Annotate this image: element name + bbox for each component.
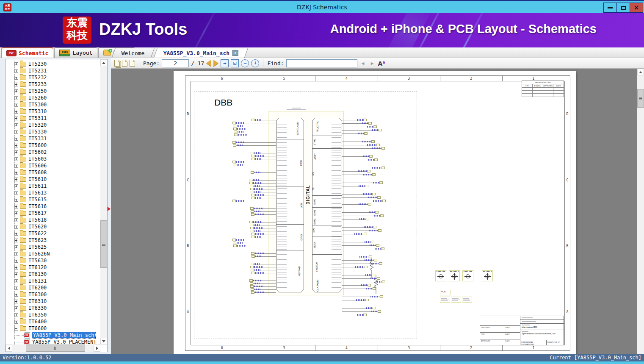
tree-folder-item[interactable]: IT6400 <box>6 318 100 325</box>
tree-folder-item[interactable]: IT6130 <box>6 271 100 278</box>
expand-plus-icon[interactable] <box>14 225 18 229</box>
expand-plus-icon[interactable] <box>14 150 18 154</box>
expand-plus-icon[interactable] <box>14 137 18 141</box>
tree-folder-item[interactable]: IT5603 <box>6 156 100 162</box>
maximize-button[interactable] <box>616 3 630 13</box>
tab-layout[interactable]: Layout <box>54 47 97 58</box>
expand-plus-icon[interactable] <box>14 218 18 222</box>
tree-folder-item[interactable]: IT5608 <box>6 169 100 176</box>
expand-plus-icon[interactable] <box>14 191 18 195</box>
viewer-vertical-scrollbar[interactable] <box>637 69 644 354</box>
find-input[interactable] <box>286 59 357 67</box>
expand-plus-icon[interactable] <box>14 83 18 86</box>
tree-folder-item[interactable]: IT5260 <box>6 94 100 101</box>
doc-tab-welcome[interactable]: Welcome <box>112 48 155 58</box>
tree-folder-item[interactable]: IT5617 <box>6 210 100 217</box>
expand-plus-icon[interactable] <box>14 205 18 208</box>
expand-plus-icon[interactable] <box>14 198 18 202</box>
expand-plus-icon[interactable] <box>14 110 18 114</box>
expand-plus-icon[interactable] <box>14 69 18 73</box>
tree-folder-item[interactable]: IT5618 <box>6 217 100 223</box>
expand-plus-icon[interactable] <box>14 103 18 107</box>
tree-horizontal-scrollbar[interactable] <box>6 345 100 352</box>
expand-plus-icon[interactable] <box>14 259 18 263</box>
expand-plus-icon[interactable] <box>14 245 18 249</box>
expand-plus-icon[interactable] <box>14 300 18 303</box>
expand-plus-icon[interactable] <box>14 144 18 147</box>
expand-plus-icon[interactable] <box>14 279 18 283</box>
splitter-collapse-arrow[interactable] <box>108 207 111 211</box>
tree-folder-item[interactable]: IT5616 <box>6 203 100 210</box>
tree-folder-item[interactable]: IT5625 <box>6 244 100 250</box>
tree-folder-item[interactable]: IT6300 <box>6 291 100 298</box>
tree-folder-item[interactable]: IT5613 <box>6 189 100 196</box>
page-number-input[interactable] <box>162 59 189 67</box>
expand-plus-icon[interactable] <box>14 306 18 310</box>
expand-plus-icon[interactable] <box>14 164 18 168</box>
zoom-out-button[interactable]: − <box>241 59 249 67</box>
next-page-arrow-icon[interactable] <box>213 60 218 67</box>
tree-folder-item[interactable]: IT5622 <box>6 230 100 237</box>
tree-folder-item[interactable]: IT5231 <box>6 67 100 74</box>
tree-folder-item[interactable]: IT5600 <box>6 142 100 149</box>
tree-folder-item[interactable]: IT5300 <box>6 101 100 108</box>
expand-plus-icon[interactable] <box>14 89 18 93</box>
tree-folder-item[interactable]: IT5620 <box>6 223 100 230</box>
match-case-icon[interactable]: Aa <box>378 59 385 67</box>
tree-folder-item[interactable]: IT6131 <box>6 278 100 284</box>
tree-folder-item[interactable]: IT6330 <box>6 305 100 311</box>
expand-plus-icon[interactable] <box>14 320 18 324</box>
minimize-button[interactable] <box>603 3 617 13</box>
tree-folder-item[interactable]: IT5623 <box>6 237 100 244</box>
tree-vscroll-thumb[interactable] <box>100 220 107 268</box>
expand-plus-icon[interactable] <box>14 123 18 127</box>
tree-vertical-scrollbar[interactable] <box>100 59 107 345</box>
tree-folder-item[interactable]: IT5606 <box>6 162 100 169</box>
expand-plus-icon[interactable] <box>14 62 18 66</box>
tree-folder-item[interactable]: IT5232 <box>6 74 100 81</box>
expand-plus-icon[interactable] <box>14 178 18 181</box>
expand-plus-icon[interactable] <box>14 117 18 120</box>
collapse-minus-icon[interactable] <box>14 327 18 331</box>
scroll-down-button[interactable] <box>100 338 107 345</box>
tree-file-item[interactable]: YA855P_V3.0_Main_sch <box>6 332 100 339</box>
expand-plus-icon[interactable] <box>14 211 18 215</box>
last-page-icon[interactable] <box>130 60 135 67</box>
tree-folder-item[interactable]: IT5626N <box>6 250 100 257</box>
document-canvas[interactable]: 6 5 4 3 2 1 6 5 4 3 2 1 D C B A D C <box>111 69 644 354</box>
tree-folder-item[interactable]: IT5233 <box>6 81 100 88</box>
expand-plus-icon[interactable] <box>14 184 18 188</box>
tree-folder-item[interactable]: IT5331 <box>6 135 100 142</box>
tree-folder-item[interactable]: IT5615 <box>6 196 100 203</box>
tree-folder-item-expanded[interactable]: IT6600 <box>6 325 100 332</box>
close-button[interactable]: × <box>630 3 643 13</box>
tree-folder-item[interactable]: IT5311 <box>6 115 100 122</box>
tree-folder-item[interactable]: IT5630 <box>6 257 100 264</box>
expand-plus-icon[interactable] <box>14 171 18 175</box>
expand-plus-icon[interactable] <box>14 313 18 317</box>
expand-plus-icon[interactable] <box>14 76 18 80</box>
scroll-left-button[interactable] <box>6 345 12 352</box>
expand-plus-icon[interactable] <box>14 272 18 276</box>
tree-folder-item[interactable]: IT5610 <box>6 176 100 183</box>
tree-folder-item[interactable]: IT5320 <box>6 122 100 128</box>
viewer-vscroll-thumb[interactable] <box>637 89 644 108</box>
find-previous-icon[interactable]: ◀ <box>359 60 367 67</box>
copy-page-icon[interactable] <box>114 60 120 67</box>
expand-plus-icon[interactable] <box>14 286 18 290</box>
tree-folder-item[interactable]: IT6200 <box>6 284 100 291</box>
schematic-page[interactable]: 6 5 4 3 2 1 6 5 4 3 2 1 D C B A D C <box>174 71 576 354</box>
tree-folder-item[interactable]: IT5310 <box>6 108 100 115</box>
tree-folder-item[interactable]: IT5230 <box>6 61 100 67</box>
tab-schematic[interactable]: PDF Schematic <box>1 47 53 58</box>
tree-folder-item[interactable]: IT5250 <box>6 88 100 94</box>
expand-plus-icon[interactable] <box>14 157 18 161</box>
expand-plus-icon[interactable] <box>14 293 18 297</box>
tree-folder-item[interactable]: IT6120 <box>6 264 100 271</box>
scroll-right-button[interactable] <box>94 345 100 352</box>
previous-page-arrow-icon[interactable] <box>206 60 211 67</box>
expand-plus-icon[interactable] <box>14 130 18 134</box>
doc-tab-close-icon[interactable]: x <box>232 50 238 56</box>
expand-plus-icon[interactable] <box>14 239 18 242</box>
fit-width-button[interactable]: ↔ <box>221 59 229 67</box>
